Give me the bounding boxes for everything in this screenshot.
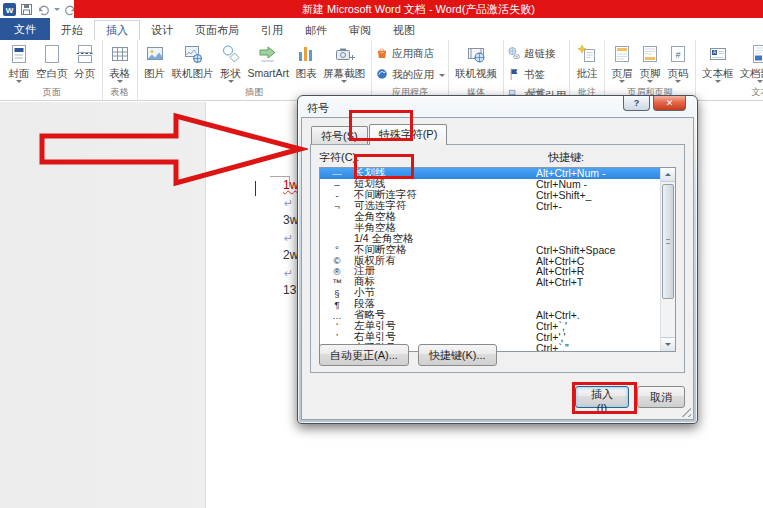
shapes-icon bbox=[220, 43, 242, 67]
close-button[interactable]: ✕ bbox=[653, 96, 686, 111]
footer-button[interactable]: 页脚 bbox=[636, 41, 664, 86]
smartart-button[interactable]: SmartArt bbox=[245, 41, 292, 86]
save-button[interactable] bbox=[20, 3, 33, 16]
tab-4[interactable]: 页面布局 bbox=[184, 20, 250, 40]
text-box-button[interactable]: A文本框 bbox=[699, 41, 737, 86]
page-break-button[interactable]: 分页 bbox=[71, 41, 99, 86]
button-label: 书签 bbox=[524, 68, 545, 82]
highlight-special-characters-tab bbox=[349, 110, 413, 141]
ribbon-group-5: 超链接书签交叉引用链接 bbox=[504, 40, 570, 100]
quick-parts-button[interactable]: 文档部件 bbox=[736, 41, 763, 86]
tab-3[interactable]: 设计 bbox=[140, 20, 184, 40]
button-label: 形状 bbox=[220, 67, 241, 79]
highlight-em-dash-row bbox=[354, 154, 414, 179]
triangle-up-icon bbox=[665, 170, 671, 176]
character-glyph: … bbox=[320, 310, 354, 321]
help-icon: ? bbox=[634, 99, 640, 108]
undo-button[interactable] bbox=[37, 3, 50, 16]
screenshot-button[interactable]: 屏幕截图 bbox=[320, 41, 368, 86]
help-button[interactable]: ? bbox=[623, 96, 650, 111]
scroll-down-button[interactable] bbox=[661, 337, 675, 351]
button-label: 页脚 bbox=[639, 67, 660, 79]
tab-5[interactable]: 引用 bbox=[250, 20, 294, 40]
scroll-up-button[interactable] bbox=[661, 168, 675, 182]
ribbon-tab-row: 文件 开始插入设计页面布局引用邮件审阅视图 bbox=[0, 18, 763, 40]
page-break-icon bbox=[74, 43, 96, 67]
ribbon-group-3: 应用商店我的应用应用程序 bbox=[372, 40, 449, 100]
cover-page-button[interactable]: 封面 bbox=[5, 41, 33, 86]
character-glyph: © bbox=[320, 255, 354, 266]
shortcut-key-button[interactable]: 快捷键(K)... bbox=[418, 344, 497, 366]
tab-2[interactable]: 插入 bbox=[94, 20, 140, 40]
scrollbar[interactable] bbox=[660, 168, 675, 351]
blank-page-button[interactable]: 空白页 bbox=[33, 41, 71, 86]
character-glyph: ° bbox=[320, 244, 354, 255]
character-glyph: – bbox=[320, 179, 354, 190]
page-number-button[interactable]: #页码 bbox=[664, 41, 692, 86]
ribbon-group-7: 页眉页脚#页码页眉和页脚 bbox=[605, 40, 696, 100]
close-icon: ✕ bbox=[666, 99, 674, 108]
tab-7[interactable]: 审阅 bbox=[338, 20, 382, 40]
tab-1[interactable]: 开始 bbox=[50, 20, 94, 40]
hyperlink-icon bbox=[507, 46, 521, 62]
text-box-icon: A bbox=[707, 43, 729, 67]
symbol-dialog: 符号 ? ✕ 符号(S)特殊字符(P) 字符(C): 快捷键: —长划线Alt+… bbox=[297, 95, 698, 424]
online-video-button[interactable]: 联机视频 bbox=[452, 41, 500, 79]
button-label: 页码 bbox=[667, 67, 688, 79]
paragraph-mark-icon: ↵ bbox=[284, 197, 293, 209]
screenshot-icon bbox=[333, 43, 355, 67]
scrollbar-thumb[interactable] bbox=[662, 184, 674, 299]
tab-8[interactable]: 视图 bbox=[382, 20, 426, 40]
button-label: 我的应用 bbox=[392, 68, 434, 82]
quick-access-toolbar: W bbox=[0, 0, 74, 18]
shapes-button[interactable]: 形状 bbox=[217, 41, 245, 86]
character-glyph: - bbox=[320, 190, 354, 201]
page-number-icon: # bbox=[667, 43, 689, 67]
hyperlink-button[interactable]: 超链接 bbox=[507, 46, 566, 62]
footer-icon bbox=[639, 43, 661, 67]
tab-file[interactable]: 文件 bbox=[0, 18, 50, 40]
shortcut-column-label: 快捷键: bbox=[548, 150, 584, 165]
ribbon: 封面空白页分页页面表格表格图片联机图片形状SmartArt图表屏幕截图插图应用商… bbox=[0, 40, 763, 101]
character-glyph: ¶ bbox=[320, 299, 354, 310]
chevron-down-icon bbox=[439, 74, 445, 80]
cancel-button[interactable]: 取消 bbox=[637, 386, 685, 408]
my-apps-button[interactable]: 我的应用 bbox=[375, 67, 445, 83]
online-pictures-button[interactable]: 联机图片 bbox=[169, 41, 217, 86]
bookmark-button[interactable]: 书签 bbox=[507, 67, 566, 83]
autocorrect-button[interactable]: 自动更正(A)... bbox=[319, 344, 409, 366]
svg-text:A: A bbox=[713, 50, 716, 55]
app-store-button[interactable]: 应用商店 bbox=[375, 46, 445, 62]
character-shortcut: Ctrl+`," bbox=[536, 342, 659, 352]
button-label: 图片 bbox=[144, 67, 165, 79]
undo-menu-chevron-icon[interactable] bbox=[54, 8, 60, 14]
titlebar: W 新建 Microsoft Word 文档 - Word(产品激活失败) bbox=[0, 0, 763, 18]
word-logo-icon: W bbox=[3, 3, 16, 16]
comment-button[interactable]: 批注 bbox=[573, 41, 601, 79]
button-label: 联机视频 bbox=[455, 67, 497, 79]
character-list[interactable]: —长划线Alt+Ctrl+Num -–短划线Ctrl+Num --不间断连字符C… bbox=[319, 167, 676, 352]
button-label: 批注 bbox=[576, 67, 597, 79]
red-arrow-annotation bbox=[36, 104, 308, 192]
my-apps-icon bbox=[375, 67, 389, 83]
chart-button[interactable]: 图表 bbox=[292, 41, 320, 86]
word-window: W 新建 Microsoft Word 文档 - Word(产品激活失败) 文件… bbox=[0, 0, 763, 508]
table-button[interactable]: 表格 bbox=[106, 41, 134, 86]
svg-text:W: W bbox=[6, 6, 14, 15]
picture-button[interactable]: 图片 bbox=[141, 41, 169, 86]
paragraph-mark-icon: ↵ bbox=[284, 232, 293, 244]
paragraph-mark-icon: ↵ bbox=[284, 267, 293, 279]
window-title: 新建 Microsoft Word 文档 - Word(产品激活失败) bbox=[74, 0, 763, 18]
app-store-icon bbox=[375, 46, 389, 62]
tab-6[interactable]: 邮件 bbox=[294, 20, 338, 40]
button-label: 应用商店 bbox=[392, 47, 434, 61]
comment-icon bbox=[576, 43, 598, 67]
button-label: 文档部件 bbox=[739, 67, 763, 79]
highlight-insert-button bbox=[572, 382, 637, 414]
ribbon-group-4: 联机视频媒体 bbox=[449, 40, 504, 100]
online-video-icon bbox=[465, 43, 487, 67]
button-label: 图表 bbox=[295, 67, 316, 79]
character-glyph: ‘ bbox=[320, 320, 354, 331]
online-pictures-icon bbox=[182, 43, 204, 67]
header-button[interactable]: 页眉 bbox=[608, 41, 636, 86]
